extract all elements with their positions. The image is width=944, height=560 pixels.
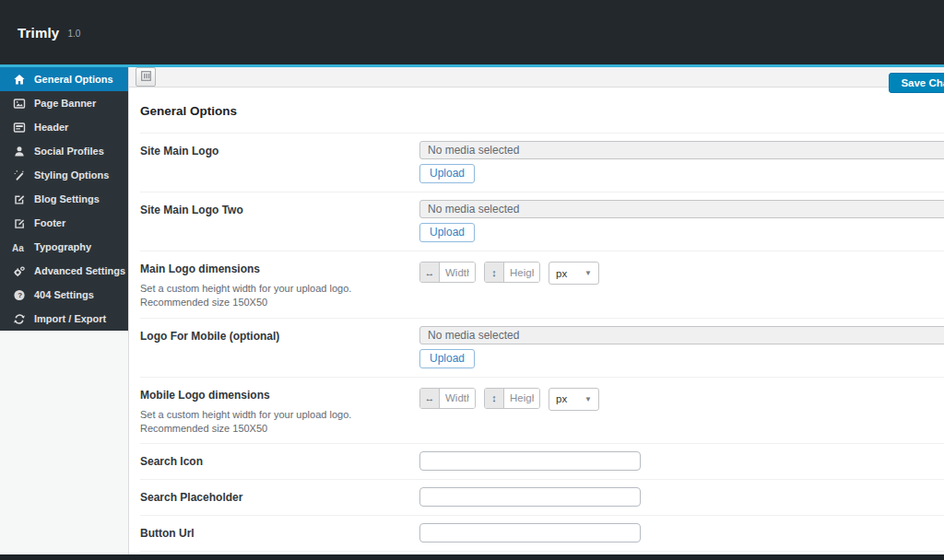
vertical-arrow-icon: ↕ [485,262,504,282]
sidebar-item-typography[interactable]: Aa Typography [0,235,128,259]
field-row-site-main-logo: Site Main Logo Upload [140,134,944,192]
height-input[interactable] [504,389,539,408]
question-circle-icon: ? [12,288,26,301]
sidebar-item-header[interactable]: Header [0,115,128,139]
width-input-group: ↔ [419,388,476,409]
height-input[interactable] [504,262,539,282]
field-row-mobile-logo-dimensions: Mobile Logo dimensions Set a custom heig… [140,378,944,445]
field-description: Set a custom height width for your uploa… [140,282,419,309]
field-description: Set a custom height width for your uploa… [140,408,419,436]
magic-wand-icon [12,169,26,181]
upload-button[interactable]: Upload [419,349,475,368]
sidebar-item-social-profiles[interactable]: Social Profiles [0,139,128,163]
field-label: Logo For Mobile (optional) [140,330,419,343]
media-url-input[interactable] [419,200,944,218]
sidebar: General Options Page Banner Header Socia… [0,67,129,560]
button-url-input[interactable] [419,523,641,542]
field-row-search-icon: Search Icon [140,444,944,480]
save-button[interactable]: Save Changes [889,73,944,93]
app-header: Trimly 1.0 [0,0,944,64]
field-label: Search Icon [140,455,419,468]
horizontal-arrow-icon: ↔ [420,262,440,282]
sidebar-item-label: Import / Export [34,313,106,324]
sidebar-item-blog-settings[interactable]: Blog Settings [0,187,128,211]
chevron-down-icon: ▼ [584,395,592,403]
sidebar-item-page-banner[interactable]: Page Banner [0,91,128,115]
sidebar-item-styling-options[interactable]: Styling Options [0,163,128,187]
field-label: Main Logo dimensions [140,262,419,275]
sidebar-item-general-options[interactable]: General Options [0,67,128,91]
sidebar-item-label: Styling Options [34,169,109,181]
field-row-button-url: Button Url [140,516,944,552]
home-icon [12,73,26,86]
sidebar-item-label: Blog Settings [34,193,100,204]
field-label: Search Placeholder [140,491,419,504]
sidebar-item-label: 404 Settings [34,289,94,300]
sidebar-item-label: Page Banner [34,98,96,109]
sidebar-item-label: General Options [34,74,113,85]
field-row-main-logo-dimensions: Main Logo dimensions Set a custom height… [140,251,944,319]
gears-icon [12,264,26,277]
search-placeholder-input[interactable] [419,487,641,507]
main-panel: Save Changes General Options Site Main L… [129,67,944,560]
unit-select[interactable]: px ▼ [549,262,599,285]
height-input-group: ↕ [484,262,540,283]
sidebar-item-label: Advanced Settings [34,265,125,276]
app-title: Trimly [18,25,59,41]
sidebar-item-import-export[interactable]: Import / Export [0,307,128,331]
field-label: Mobile Logo dimensions [140,389,419,402]
unit-select-value: px [556,268,567,279]
field-label: Site Main Logo Two [140,204,419,216]
width-input[interactable] [440,389,475,408]
unit-select-value: px [556,393,567,404]
search-icon-input[interactable] [419,451,641,471]
bottom-bar [0,554,944,560]
field-row-site-main-logo-two: Site Main Logo Two Upload [140,192,944,251]
sidebar-item-label: Header [34,122,68,133]
sidebar-menu: General Options Page Banner Header Socia… [0,67,128,331]
svg-text:Aa: Aa [12,242,24,252]
field-row-logo-for-mobile: Logo For Mobile (optional) Upload [140,319,944,378]
svg-text:?: ? [18,291,22,299]
sidebar-item-label: Typography [34,241,91,252]
upload-button[interactable]: Upload [419,223,475,242]
unit-select[interactable]: px ▼ [549,388,599,411]
content-area: General Options Site Main Logo Upload Si… [129,88,944,560]
width-input[interactable] [440,262,475,282]
field-label: Button Url [140,527,419,540]
chevron-down-icon: ▼ [584,269,592,277]
header-layout-icon [12,121,26,134]
pencil-square-icon [12,216,26,229]
typography-icon: Aa [12,240,26,253]
horizontal-arrow-icon: ↔ [420,389,440,408]
page-title: General Options [140,104,944,118]
sync-icon [12,312,26,325]
sidebar-item-404-settings[interactable]: ? 404 Settings [0,283,128,307]
field-label: Site Main Logo [140,145,419,158]
sidebar-item-label: Social Profiles [34,146,104,157]
user-icon [12,145,26,158]
panel-toggle-button[interactable] [136,67,156,87]
sidebar-item-label: Footer [34,217,65,228]
app-version: 1.0 [67,26,80,39]
toolbar: Save Changes [129,67,944,88]
image-icon [12,97,26,110]
pencil-square-icon [12,192,26,205]
vertical-arrow-icon: ↕ [485,389,504,408]
height-input-group: ↕ [484,388,540,409]
upload-button[interactable]: Upload [419,164,475,183]
columns-icon [141,70,151,84]
media-url-input[interactable] [419,326,944,344]
sidebar-item-footer[interactable]: Footer [0,211,128,235]
width-input-group: ↔ [419,262,476,283]
media-url-input[interactable] [419,141,944,159]
sidebar-item-advanced-settings[interactable]: Advanced Settings [0,259,128,283]
field-row-search-placeholder: Search Placeholder [140,480,944,516]
